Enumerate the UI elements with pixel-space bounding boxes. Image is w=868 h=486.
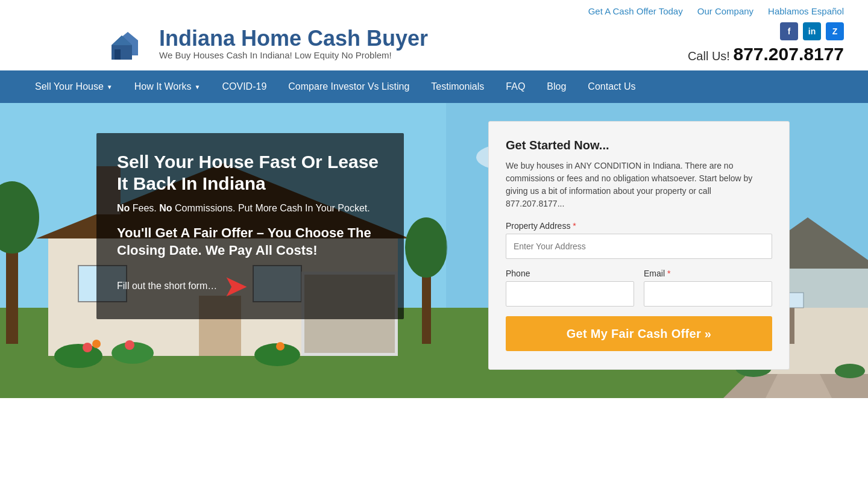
linkedin-icon[interactable]: in: [803, 22, 821, 40]
header: Indiana Home Cash Buyer We Buy Houses Ca…: [0, 16, 868, 70]
email-label: Email *: [644, 269, 772, 278]
social-icons: f in Z: [688, 22, 844, 40]
hero-fill-out: Fill out the short form… ➤: [117, 271, 383, 301]
address-input[interactable]: [506, 234, 772, 259]
email-input[interactable]: [644, 281, 772, 307]
nav-contact[interactable]: Contact Us: [577, 70, 646, 103]
company-top-link[interactable]: Our Company: [697, 6, 753, 16]
nav-how-it-works[interactable]: How It Works ▼: [124, 70, 212, 103]
nav-covid[interactable]: COVID-19: [212, 70, 278, 103]
svg-point-26: [125, 340, 134, 350]
facebook-icon[interactable]: f: [780, 22, 798, 40]
hero-section: Sell Your House Fast Or Lease It Back In…: [0, 103, 868, 398]
svg-point-27: [276, 342, 285, 350]
call-text: Call Us! 877.207.8177: [688, 44, 844, 64]
svg-point-38: [835, 364, 865, 378]
nav-sell-house[interactable]: Sell Your House ▼: [24, 70, 124, 103]
red-arrow-icon: ➤: [223, 271, 248, 301]
nav-blog[interactable]: Blog: [536, 70, 577, 103]
main-nav: Sell Your House ▼ How It Works ▼ COVID-1…: [0, 70, 868, 103]
top-bar: Get A Cash Offer Today Our Company Habla…: [0, 0, 868, 16]
zillow-icon[interactable]: Z: [826, 22, 844, 40]
svg-rect-3: [115, 49, 121, 60]
form-title: Get Started Now...: [506, 139, 772, 152]
svg-point-25: [92, 340, 101, 348]
nav-faq[interactable]: FAQ: [495, 70, 536, 103]
espanol-top-link[interactable]: Hablamos Español: [768, 6, 844, 16]
nav-compare[interactable]: Compare Investor Vs Listing: [277, 70, 420, 103]
logo-icon: [108, 22, 151, 64]
hero-text-overlay: Sell Your House Fast Or Lease It Back In…: [96, 133, 404, 319]
cash-offer-top-link[interactable]: Get A Cash Offer Today: [588, 6, 683, 16]
sell-house-dropdown-icon: ▼: [107, 84, 113, 90]
logo-text: Indiana Home Cash Buyer We Buy Houses Ca…: [159, 26, 428, 61]
submit-button[interactable]: Get My Fair Cash Offer »: [506, 316, 772, 351]
fill-out-text: Fill out the short form…: [117, 281, 217, 291]
hero-headline: Sell Your House Fast Or Lease It Back In…: [117, 151, 383, 195]
phone-input[interactable]: [506, 281, 634, 307]
phone-email-row: Phone Email *: [506, 269, 772, 307]
svg-point-31: [405, 217, 447, 278]
header-right: f in Z Call Us! 877.207.8177: [688, 22, 844, 64]
form-description: We buy houses in ANY CONDITION in Indian…: [506, 160, 772, 210]
lead-form-card: Get Started Now... We buy houses in ANY …: [488, 121, 790, 370]
phone-number: 877.207.8177: [733, 44, 844, 64]
call-prefix: Call Us!: [688, 49, 730, 63]
logo-area: Indiana Home Cash Buyer We Buy Houses Ca…: [108, 22, 428, 64]
hero-fees-line: No Fees. No Commissions. Put More Cash I…: [117, 203, 383, 214]
site-subtitle: We Buy Houses Cash In Indiana! Low Equit…: [159, 50, 428, 60]
email-group: Email *: [644, 269, 772, 307]
nav-testimonials[interactable]: Testimonials: [420, 70, 495, 103]
phone-label: Phone: [506, 269, 634, 278]
how-works-dropdown-icon: ▼: [195, 84, 201, 90]
phone-group: Phone: [506, 269, 634, 307]
hero-subheadline: You'll Get A Fair Offer – You Choose The…: [117, 225, 383, 259]
svg-point-24: [83, 343, 92, 352]
address-label: Property Address *: [506, 221, 772, 231]
site-title: Indiana Home Cash Buyer: [159, 26, 428, 51]
